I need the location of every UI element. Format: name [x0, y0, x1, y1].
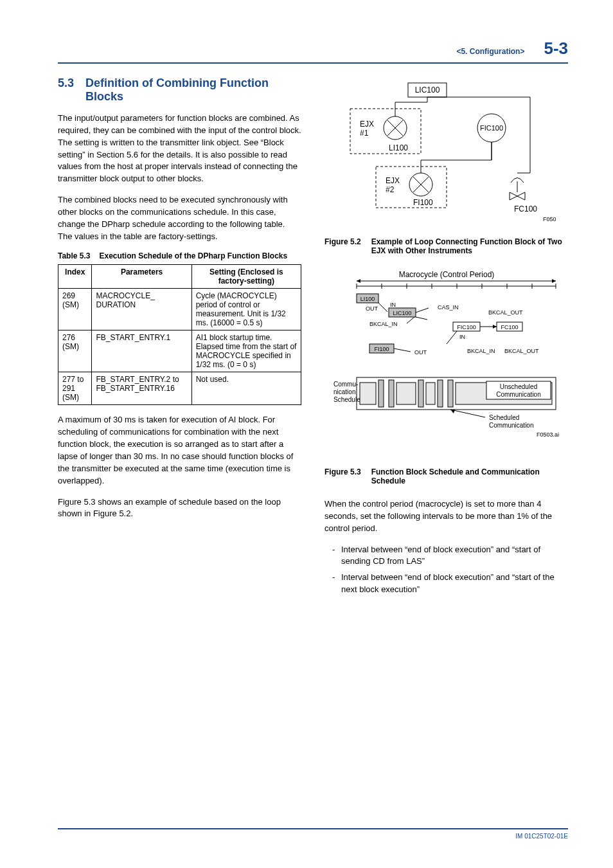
label: LIC100 — [393, 310, 411, 316]
label: Commu- — [333, 381, 358, 388]
figure-caption: Figure 5.2 Example of Loop Connecting Fu… — [324, 237, 568, 255]
svg-text:#2: #2 — [386, 185, 395, 194]
label: Scheduled — [489, 414, 519, 421]
label: IN — [459, 334, 465, 340]
col-header: Setting (Enclosed is factory-setting) — [191, 265, 301, 289]
svg-rect-61 — [360, 383, 376, 404]
figure-number: Figure 5.3 — [324, 467, 361, 485]
cell: MACROCYCLE_ DURATION — [92, 289, 191, 330]
right-column: LIC100 EJX #1 LI100 FIC100 EJX #2 FI100 — [324, 77, 568, 602]
figure-5-2: LIC100 EJX #1 LI100 FIC100 EJX #2 FI100 — [337, 77, 556, 231]
label: BKCAL_OUT — [504, 348, 539, 354]
figure-title: Function Block Schedule and Communicatio… — [371, 467, 568, 485]
col-header: Parameters — [92, 265, 191, 289]
section-heading: Definition of Combining Function Blocks — [85, 77, 301, 104]
cell: 276 (SM) — [58, 330, 92, 372]
label: CAS_IN — [438, 304, 459, 311]
section-title: 5.3 Definition of Combining Function Blo… — [58, 77, 301, 104]
label: IN — [390, 302, 396, 308]
schedule-table: Index Parameters Setting (Enclosed is fa… — [58, 264, 301, 405]
paragraph: The combined blocks need to be executed … — [58, 194, 301, 242]
label: FC100 — [501, 324, 518, 330]
svg-line-44 — [416, 317, 427, 320]
svg-text:nication: nication — [333, 388, 355, 395]
footer-docnum: IM 01C25T02-01E — [515, 833, 568, 840]
breadcrumb: <5. Configuration> — [456, 47, 524, 56]
svg-line-43 — [416, 308, 429, 312]
cell: Not used. — [191, 372, 301, 405]
svg-rect-57 — [389, 380, 394, 407]
cell: 269 (SM) — [58, 289, 92, 330]
page-number: 5-3 — [544, 39, 568, 59]
label: FIC100 — [457, 324, 476, 330]
svg-line-52 — [394, 348, 411, 352]
svg-rect-62 — [396, 383, 416, 404]
cell: Cycle (MACROCYCLE) period of control or … — [191, 289, 301, 330]
cell: 277 to 291 (SM) — [58, 372, 92, 405]
svg-rect-60 — [448, 380, 453, 407]
svg-rect-63 — [426, 383, 435, 404]
svg-marker-68 — [450, 410, 455, 413]
figure-note: F0503.ai — [537, 431, 559, 438]
cell: FB_START_ENTRY.1 — [92, 330, 191, 372]
bullet-list: Interval between “end of block execution… — [332, 544, 568, 596]
label-fic100: FIC100 — [479, 124, 502, 132]
paragraph: Figure 5.3 shows an example of schedule … — [58, 496, 301, 521]
label: BKCAL_IN — [369, 321, 398, 327]
left-column: 5.3 Definition of Combining Function Blo… — [58, 77, 301, 602]
figure-title: Example of Loop Connecting Function Bloc… — [371, 237, 568, 255]
col-header: Index — [58, 265, 92, 289]
table-caption: Table 5.3 Execution Schedule of the DPha… — [58, 251, 301, 260]
label-ejx1: EJX — [360, 120, 374, 129]
svg-text:Schedule: Schedule — [333, 396, 360, 403]
label: LI100 — [360, 296, 375, 302]
figure-note: F0502.ai — [543, 216, 556, 222]
svg-text:#1: #1 — [360, 129, 369, 138]
list-item: Interval between “end of block execution… — [332, 572, 568, 596]
svg-marker-29 — [552, 279, 556, 283]
section-number: 5.3 — [58, 77, 74, 104]
svg-rect-59 — [438, 380, 443, 407]
table-caption-number: Table 5.3 — [58, 251, 90, 260]
page-header: <5. Configuration> 5-3 — [58, 39, 568, 64]
footer-rule — [58, 828, 568, 829]
svg-rect-58 — [418, 380, 423, 407]
svg-rect-56 — [378, 380, 384, 407]
figure-caption: Figure 5.3 Function Block Schedule and C… — [324, 467, 568, 485]
label-macrocycle: Macrocycle (Control Period) — [398, 270, 494, 279]
label-lic100: LIC100 — [414, 86, 440, 95]
table-header-row: Index Parameters Setting (Enclosed is fa… — [58, 265, 301, 289]
svg-line-50 — [447, 331, 457, 344]
label: OUT — [414, 349, 427, 356]
svg-marker-28 — [357, 279, 360, 283]
label: BKCAL_OUT — [488, 309, 523, 316]
figure-number: Figure 5.2 — [324, 237, 361, 255]
table-row: 276 (SM) FB_START_ENTRY.1 AI1 block star… — [58, 330, 301, 372]
svg-marker-48 — [493, 325, 497, 329]
table-caption-text: Execution Schedule of the DPharp Functio… — [99, 251, 301, 260]
label-fc100: FC100 — [514, 204, 537, 213]
svg-text:Communication: Communication — [489, 422, 533, 429]
list-item: Interval between “end of block execution… — [332, 544, 568, 568]
paragraph: A maximum of 30 ms is taken for executio… — [58, 414, 301, 487]
svg-line-41 — [378, 303, 387, 312]
paragraph: When the control period (macrocycle) is … — [324, 498, 568, 535]
label-ejx2: EJX — [386, 176, 400, 185]
label: Unscheduled — [499, 383, 537, 390]
svg-text:Communication: Communication — [496, 391, 540, 398]
figure-5-3: Macrocycle (Control Period) LI100 OUT — [331, 268, 562, 461]
label: BKCAL_IN — [467, 348, 495, 354]
svg-line-67 — [450, 410, 485, 417]
svg-line-45 — [407, 317, 414, 323]
table-row: 277 to 291 (SM) FB_START_ENTRY.2 to FB_S… — [58, 372, 301, 405]
cell: FB_START_ENTRY.2 to FB_START_ENTRY.16 — [92, 372, 191, 405]
paragraph: The input/output parameters for function… — [58, 113, 301, 185]
cell: AI1 block startup time. Elapsed time fro… — [191, 330, 301, 372]
table-row: 269 (SM) MACROCYCLE_ DURATION Cycle (MAC… — [58, 289, 301, 330]
label: FI100 — [374, 346, 389, 352]
label: OUT — [366, 305, 378, 312]
label-fi100: FI100 — [413, 198, 433, 207]
label-li100: LI100 — [389, 143, 408, 152]
